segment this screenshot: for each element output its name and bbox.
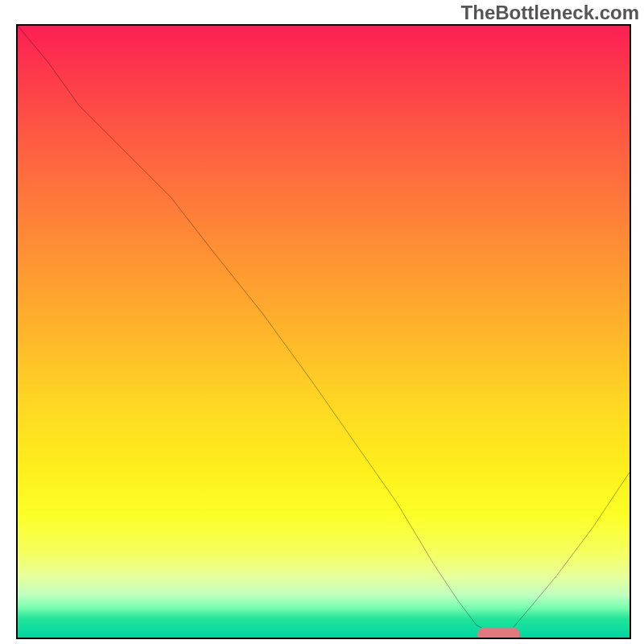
watermark-text: TheBottleneck.com <box>461 2 639 24</box>
chart-plot-area <box>16 24 631 639</box>
chart-curve <box>18 26 630 638</box>
chart-trough-marker <box>477 627 519 639</box>
